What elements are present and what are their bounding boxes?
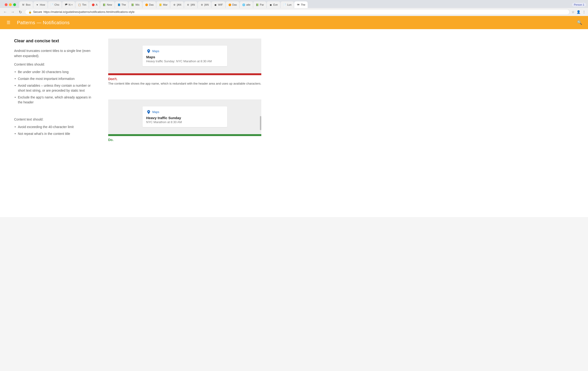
section-title: Clear and concise text [14, 39, 94, 43]
maps-icon [146, 49, 151, 54]
list-item: Avoid exceeding the 40-character limit [14, 124, 94, 130]
tab-favicon: ◼ [214, 3, 217, 6]
notif-app-name-do: Maps [152, 110, 159, 114]
bullet-list-1: Be under under 30 characters long Contai… [14, 69, 94, 106]
address-bar: ← → ↻ 🔒 Secure https://material.io/guide… [0, 8, 588, 16]
window-controls [2, 1, 19, 8]
tab-how[interactable]: ♥How [33, 1, 48, 8]
secure-icon: 🔒 [29, 10, 32, 14]
do-section: Maps Heavy traffic Sunday NYC Marathon a… [108, 99, 261, 142]
main-content: Clear and concise text Android truncates… [0, 29, 588, 217]
do-label: Do. [108, 138, 114, 142]
minimize-button[interactable] [9, 3, 12, 6]
tab-favicon: 📄 [283, 3, 286, 6]
tab-an2[interactable]: ⚙[AN [184, 1, 197, 8]
tab-favicon: 📒 [159, 3, 162, 6]
address-input[interactable]: 🔒 Secure https://material.io/guidelines/… [25, 9, 570, 15]
menu-icon[interactable]: ☰ [4, 18, 13, 27]
tab-cho[interactable]: 📄Cho [48, 1, 62, 8]
tab-favicon: 🌐 [242, 3, 245, 6]
notif-header: Maps [146, 49, 223, 54]
dont-description: The content title shows the app name, wh… [108, 82, 261, 85]
address-actions: ☆ 👤 ⋮ [572, 10, 586, 14]
toolbar-title: Patterns — Notifications [17, 20, 571, 25]
tab-a[interactable]: 🔴A [89, 1, 100, 8]
notif-do-title: Heavy traffic Sunday [146, 116, 223, 120]
list-item: Avoid variables – unless they contain a … [14, 82, 94, 94]
search-icon[interactable]: 🔍 [575, 18, 584, 27]
scrollbar[interactable] [260, 116, 261, 130]
tab-tim[interactable]: 📋Tim [75, 1, 89, 8]
tab-new[interactable]: 📗New [100, 1, 114, 8]
tab-favicon: ♥ [36, 3, 39, 6]
maps-icon-do [146, 110, 151, 114]
url-text: https://material.io/guidelines/patterns/… [43, 10, 135, 14]
do-verdict: Do. [108, 138, 261, 142]
section2-header: Content text should: [14, 118, 94, 121]
back-button[interactable]: ← [2, 9, 8, 15]
tab-wic[interactable]: 📗Wic [129, 1, 142, 8]
tab-n[interactable]: 🏴N × [62, 1, 75, 8]
do-notification-card: Maps Heavy traffic Sunday NYC Marathon a… [143, 106, 227, 127]
dont-section: Maps Maps Heavy traffic Sunday: NYC Mara… [108, 39, 261, 85]
tab-favicon: 🏴 [64, 3, 68, 6]
tab-the-active[interactable]: 🗺The [294, 1, 308, 8]
notif-app-name: Maps [152, 50, 159, 53]
left-panel: Clear and concise text Android truncates… [14, 39, 94, 208]
bullet-list-2: Avoid exceeding the 40-character limit N… [14, 124, 94, 137]
section-body: Android truncates content titles to a si… [14, 48, 94, 59]
tab-favicon: M [22, 3, 25, 6]
dont-indicator-bar [108, 73, 261, 75]
notif-do-text: NYC Marathon at 8:30 AM [146, 120, 223, 124]
tab-favicon: 🔴 [92, 3, 95, 6]
right-panel-wrapper: Maps Maps Heavy traffic Sunday: NYC Mara… [108, 39, 261, 208]
secure-label: Secure [33, 10, 42, 14]
bullets-header: Content titles should: [14, 62, 94, 66]
tab-favicon: 🟠 [228, 3, 231, 6]
dont-label: Don't. [108, 77, 117, 81]
tab-favicon: 🟠 [145, 3, 148, 6]
tab-the1[interactable]: 📘The [115, 1, 128, 8]
forward-button[interactable]: → [10, 9, 16, 15]
tab-favicon: 📄 [50, 3, 54, 6]
tab-wif[interactable]: ◼WIF [211, 1, 225, 8]
notif-dont-title: Maps [146, 55, 223, 59]
tab-bar: MBoo ♥How 📄Cho 🏴N × 📋Tim 🔴A 📗New 📘The 📗W… [0, 0, 588, 8]
tab-das1[interactable]: 🟠Das [143, 1, 156, 8]
tab-favicon: 📘 [117, 3, 121, 6]
tab-par[interactable]: 📗Par [253, 1, 266, 8]
close-button[interactable] [5, 3, 8, 6]
dont-verdict: Don't. The content title shows the app n… [108, 77, 261, 85]
tab-favicon: ◼ [269, 3, 272, 6]
notif-header-do: Maps [146, 110, 223, 114]
more-icon[interactable]: ⋮ [582, 10, 586, 14]
user-icon[interactable]: 👤 [577, 10, 580, 14]
do-indicator-bar [108, 134, 261, 136]
tab-boo[interactable]: MBoo [19, 1, 33, 8]
browser-window: MBoo ♥How 📄Cho 🏴N × 📋Tim 🔴A 📗New 📘The 📗W… [0, 0, 588, 16]
tab-atle[interactable]: 🌐atle [240, 1, 253, 8]
app-toolbar: ☰ Patterns — Notifications 🔍 [0, 16, 588, 29]
tab-favicon: 📗 [256, 3, 259, 6]
list-item: Be under under 30 characters long [14, 69, 94, 75]
tab-favicon: 📗 [131, 3, 134, 6]
tab-favicon: ⚙ [200, 3, 203, 6]
refresh-button[interactable]: ↻ [17, 9, 23, 15]
dont-notification-card: Maps Maps Heavy traffic Sunday: NYC Mara… [143, 46, 227, 66]
maximize-button[interactable] [13, 3, 16, 6]
tab-lun[interactable]: 📄Lun [281, 1, 294, 8]
list-item: Not repeat what's in the content title [14, 130, 94, 137]
tab-eve[interactable]: ◼Eve [267, 1, 280, 8]
list-item: Exclude the app's name, which already ap… [14, 94, 94, 106]
tab-mar[interactable]: 📒Mar [157, 1, 170, 8]
tab-favicon: ⚙ [173, 3, 176, 6]
tab-favicon: 📋 [78, 3, 81, 6]
tab-an1[interactable]: ⚙[AN [170, 1, 183, 8]
tab-das2[interactable]: 🟠Das [226, 1, 240, 8]
list-item: Contain the most important information [14, 75, 94, 82]
person-label: Person 1 [572, 3, 586, 7]
do-demo-area: Maps Heavy traffic Sunday NYC Marathon a… [108, 99, 261, 134]
tab-an3[interactable]: ⚙[AN [198, 1, 211, 8]
dont-demo-area: Maps Maps Heavy traffic Sunday: NYC Mara… [108, 39, 261, 73]
bookmark-icon[interactable]: ☆ [572, 10, 575, 14]
